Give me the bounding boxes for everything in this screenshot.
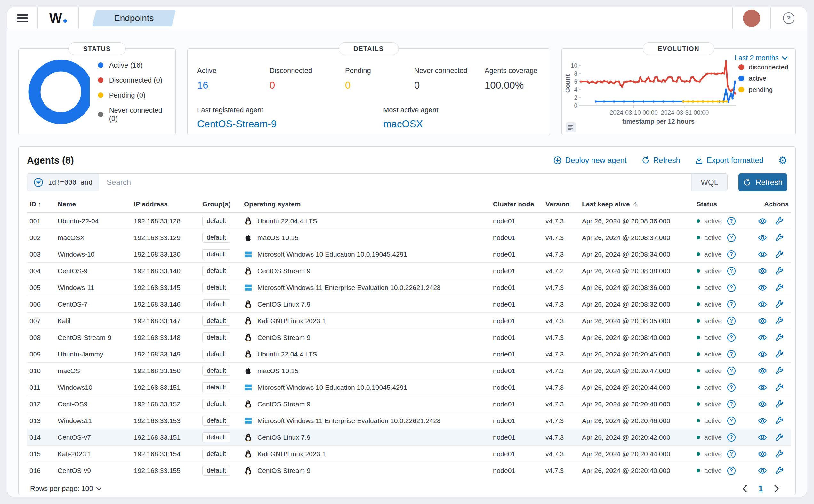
view-agent-icon[interactable] xyxy=(758,400,767,409)
filter-pill[interactable]: id!=000 and xyxy=(27,174,99,191)
view-agent-icon[interactable] xyxy=(758,433,767,442)
column-header-version[interactable]: Version xyxy=(543,196,579,213)
deploy-new-agent-button[interactable]: Deploy new agent xyxy=(553,156,627,165)
view-agent-icon[interactable] xyxy=(758,450,767,459)
agent-row[interactable]: 001Ubuntu-22-04192.168.33.128defaultUbun… xyxy=(27,213,791,229)
menu-icon[interactable] xyxy=(17,14,28,22)
agent-group-chip[interactable]: default xyxy=(202,349,230,359)
agent-config-icon[interactable] xyxy=(775,350,784,359)
column-header-actions[interactable]: Actions xyxy=(743,196,791,213)
help-icon[interactable]: ? xyxy=(783,12,794,24)
status-legend-item[interactable]: Active (16) xyxy=(98,61,167,69)
status-legend-item[interactable]: Disconnected (0) xyxy=(98,76,167,84)
agent-config-icon[interactable] xyxy=(775,250,784,259)
agent-row[interactable]: 009Ubuntu-Jammy192.168.33.149defaultUbun… xyxy=(27,346,791,363)
search-bar[interactable]: id!=000 and WQL xyxy=(27,173,728,191)
status-help-icon[interactable]: ? xyxy=(727,250,736,259)
status-help-icon[interactable]: ? xyxy=(727,433,736,442)
agent-row[interactable]: 004CentOS-9192.168.33.140defaultCentOS S… xyxy=(27,263,791,279)
status-help-icon[interactable]: ? xyxy=(727,333,736,342)
view-agent-icon[interactable] xyxy=(758,217,767,226)
time-range-selector[interactable]: Last 2 months xyxy=(735,54,788,62)
agent-row[interactable]: 010macOS192.168.33.150defaultmacOS 10.15… xyxy=(27,363,791,379)
view-agent-icon[interactable] xyxy=(758,416,767,425)
chart-inspect-icon[interactable] xyxy=(566,122,576,132)
page-number[interactable]: 1 xyxy=(759,484,763,493)
status-help-icon[interactable]: ? xyxy=(727,383,736,392)
agent-row[interactable]: 011Windows10192.168.33.151defaultMicroso… xyxy=(27,379,791,396)
column-header-ip-address[interactable]: IP address xyxy=(131,196,200,213)
agent-config-icon[interactable] xyxy=(775,217,784,226)
agent-group-chip[interactable]: default xyxy=(202,233,230,243)
status-help-icon[interactable]: ? xyxy=(727,300,736,308)
agent-group-chip[interactable]: default xyxy=(202,466,230,476)
view-agent-icon[interactable] xyxy=(758,267,767,276)
view-agent-icon[interactable] xyxy=(758,350,767,359)
view-agent-icon[interactable] xyxy=(758,366,767,375)
view-agent-icon[interactable] xyxy=(758,250,767,259)
agent-config-icon[interactable] xyxy=(775,267,784,276)
agent-group-chip[interactable]: default xyxy=(202,449,230,459)
view-agent-icon[interactable] xyxy=(758,233,767,242)
agent-row[interactable]: 014CentOS-v7192.168.33.151defaultCentOS … xyxy=(27,429,791,446)
column-header-id[interactable]: ID↑ xyxy=(27,196,55,213)
export-formatted-button[interactable]: Export formatted xyxy=(695,156,763,165)
agent-group-chip[interactable]: default xyxy=(202,299,230,309)
evolution-line-chart[interactable]: 02468102024-03-10 00:002024-03-31 00:00t… xyxy=(566,58,740,132)
agent-row[interactable]: 002macOSX192.168.33.129defaultmacOS 10.1… xyxy=(27,229,791,246)
status-help-icon[interactable]: ? xyxy=(727,317,736,325)
refresh-button[interactable]: Refresh xyxy=(738,173,787,191)
agent-row[interactable]: 013Windows11192.168.33.153defaultMicroso… xyxy=(27,412,791,429)
agent-row[interactable]: 006CentOS-7192.168.33.146defaultCentOS L… xyxy=(27,296,791,313)
agent-group-chip[interactable]: default xyxy=(202,216,230,226)
detail-link-value[interactable]: macOSX xyxy=(383,118,438,130)
status-help-icon[interactable]: ? xyxy=(727,467,736,475)
agent-group-chip[interactable]: default xyxy=(202,266,230,276)
rows-per-page-selector[interactable]: Rows per page: 100 xyxy=(30,484,101,493)
agent-row[interactable]: 012Cent-OS9192.168.33.152defaultCentOS S… xyxy=(27,396,791,412)
view-agent-icon[interactable] xyxy=(758,283,767,292)
agent-group-chip[interactable]: default xyxy=(202,366,230,376)
status-help-icon[interactable]: ? xyxy=(727,417,736,425)
agent-group-chip[interactable]: default xyxy=(202,416,230,426)
column-header-operating-system[interactable]: Operating system xyxy=(241,196,490,213)
column-header-name[interactable]: Name xyxy=(55,196,131,213)
agent-group-chip[interactable]: default xyxy=(202,249,230,259)
agent-group-chip[interactable]: default xyxy=(202,432,230,442)
column-header-group-s-[interactable]: Group(s) xyxy=(200,196,241,213)
agent-group-chip[interactable]: default xyxy=(202,316,230,326)
evolution-legend-item[interactable]: pending xyxy=(738,86,788,93)
view-agent-icon[interactable] xyxy=(758,300,767,309)
column-header-status[interactable]: Status xyxy=(694,196,743,213)
agent-group-chip[interactable]: default xyxy=(202,283,230,292)
agent-config-icon[interactable] xyxy=(775,366,784,375)
agent-row[interactable]: 015Kali-2023.1192.168.33.154defaultKali … xyxy=(27,446,791,462)
status-help-icon[interactable]: ? xyxy=(727,284,736,292)
evolution-legend-item[interactable]: disconnected xyxy=(738,63,788,71)
agent-group-chip[interactable]: default xyxy=(202,399,230,409)
status-help-icon[interactable]: ? xyxy=(727,350,736,358)
agent-config-icon[interactable] xyxy=(775,233,784,242)
search-input[interactable] xyxy=(99,178,691,187)
status-help-icon[interactable]: ? xyxy=(727,217,736,225)
status-help-icon[interactable]: ? xyxy=(727,367,736,375)
evolution-legend-item[interactable]: active xyxy=(738,75,788,82)
agent-group-chip[interactable]: default xyxy=(202,332,230,342)
view-agent-icon[interactable] xyxy=(758,466,767,475)
breadcrumb-endpoints-tab[interactable]: Endpoints xyxy=(92,10,175,26)
agent-row[interactable]: 008CentOS-Stream-9192.168.33.148defaultC… xyxy=(27,329,791,346)
agent-config-icon[interactable] xyxy=(775,383,784,392)
agent-config-icon[interactable] xyxy=(775,283,784,292)
column-header-cluster-node[interactable]: Cluster node xyxy=(490,196,543,213)
agent-config-icon[interactable] xyxy=(775,433,784,442)
agent-config-icon[interactable] xyxy=(775,416,784,425)
status-legend-item[interactable]: Never connected (0) xyxy=(98,106,167,123)
detail-link-value[interactable]: CentOS-Stream-9 xyxy=(197,118,383,130)
status-help-icon[interactable]: ? xyxy=(727,267,736,275)
agents-status-donut-chart[interactable] xyxy=(27,58,90,126)
agent-config-icon[interactable] xyxy=(775,400,784,409)
view-agent-icon[interactable] xyxy=(758,333,767,342)
agent-row[interactable]: 005Windows-11192.168.33.145defaultMicros… xyxy=(27,279,791,296)
agent-row[interactable]: 003Windows-10192.168.33.130defaultMicros… xyxy=(27,246,791,263)
status-help-icon[interactable]: ? xyxy=(727,234,736,242)
